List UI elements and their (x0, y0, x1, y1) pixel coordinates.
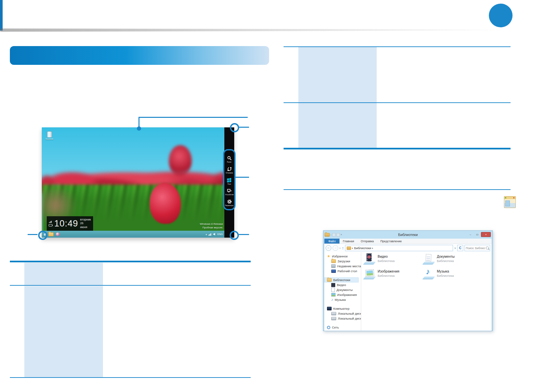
callout-circle-bottom-left (38, 231, 47, 240)
address-dropdown-icon[interactable] (454, 247, 456, 249)
forward-button[interactable] (333, 245, 338, 251)
sidebar-item-music[interactable]: Музыка (324, 297, 361, 302)
disk-icon (331, 317, 336, 320)
refresh-button[interactable]: C (457, 245, 463, 251)
sidebar-item-documents[interactable]: Документы (324, 287, 361, 292)
mini-icon-red-dot (513, 197, 514, 198)
recent-places-icon (331, 264, 336, 268)
tray-language-label[interactable]: ENG (217, 233, 223, 236)
recycle-bin-icon (47, 131, 52, 138)
watermark-line1: Windows 8 Release (200, 222, 223, 226)
sidebar-item-label: Недавние места (337, 264, 361, 268)
left-table-cell-1 (24, 263, 103, 285)
tab-home[interactable]: Главная (339, 239, 357, 244)
folder-icon (331, 259, 336, 263)
breadcrumb[interactable]: Библиотеки (354, 246, 371, 250)
network-signal-icon (49, 221, 52, 223)
libraries-icon (327, 278, 332, 282)
tab-share[interactable]: Отправка (357, 239, 377, 244)
address-bar: Библиотеки C Поиск: Библиотеки (324, 244, 491, 252)
taskbar-tray[interactable]: ENG (206, 231, 223, 238)
history-dropdown-icon[interactable] (339, 247, 340, 249)
search-placeholder: Поиск: Библиотеки (466, 247, 485, 250)
sidebar-item-label: Загрузки (338, 259, 350, 263)
left-table-top-border (10, 261, 251, 262)
sidebar-item-pictures[interactable]: Изображения (324, 292, 361, 297)
sidebar-group-libraries[interactable]: Библиотеки (324, 277, 359, 282)
lock-clock-panel: 10:49 вторник 26 июня (47, 216, 93, 231)
sidebar-item-disk-d[interactable]: Локальный диск (D:) (324, 316, 361, 321)
sidebar-item-desktop[interactable]: Рабочий стол (324, 269, 361, 274)
library-item-documents[interactable]: Документы Библиотека (422, 253, 479, 267)
taskbar[interactable]: e ENG (42, 231, 224, 238)
star-icon (327, 254, 330, 258)
sidebar-group-network[interactable]: Сеть (324, 325, 361, 330)
sidebar-item-label: Видео (337, 283, 346, 287)
desktop-icon (331, 270, 336, 273)
documents-library-big-icon (422, 253, 435, 265)
video-library-icon (331, 283, 335, 287)
callout-line-bottom-right (239, 234, 249, 235)
library-item-name: Изображения (378, 269, 399, 273)
tab-view[interactable]: Представление (377, 239, 405, 244)
library-item-name: Музыка (437, 269, 449, 273)
search-magnifier-icon (486, 247, 489, 249)
up-button[interactable] (342, 246, 344, 250)
header-shadow (0, 28, 521, 32)
callout-line-charms (236, 177, 249, 178)
music-library-icon (331, 298, 333, 301)
search-box[interactable]: Поиск: Библиотеки (464, 245, 490, 251)
recycle-bin[interactable]: Корзина (44, 131, 54, 140)
sidebar-group-computer[interactable]: Компьютер (324, 306, 361, 311)
sidebar-item-recent[interactable]: Недавние места (324, 264, 361, 269)
right-table-line-3 (284, 189, 511, 190)
breadcrumb-caret-icon (352, 247, 353, 249)
address-field[interactable]: Библиотеки (345, 245, 453, 251)
left-table-bottom-border (10, 377, 251, 378)
address-folder-icon (347, 247, 351, 250)
tulip-blob (169, 145, 192, 176)
mini-icon-pane (505, 200, 510, 206)
maximize-button[interactable] (474, 232, 481, 237)
clock-date: вторник 26 июня (80, 218, 91, 229)
library-item-music[interactable]: Музыка Библиотека (422, 268, 479, 281)
tray-network-icon[interactable] (209, 233, 212, 236)
callout-line-desktop (139, 117, 248, 118)
file-explorer-taskbar-icon[interactable] (48, 232, 54, 236)
close-button[interactable] (481, 232, 491, 237)
sidebar-item-label: Локальный диск (D:) (338, 317, 361, 320)
library-item-type: Библиотека (378, 259, 395, 263)
sidebar-item-videos[interactable]: Видео (324, 282, 361, 287)
sidebar-group-label: Сеть (332, 326, 339, 329)
sidebar-group-label: Библиотеки (333, 278, 350, 282)
file-list-pane: Видео Библиотека Документы Библиотека Из… (361, 252, 491, 331)
back-button[interactable] (326, 245, 331, 251)
left-table-cell-2 (24, 286, 103, 377)
app-taskbar-icon[interactable] (56, 232, 60, 236)
library-item-type: Библиотека (378, 274, 395, 277)
sidebar-item-disk-c[interactable]: Локальный диск (C:) (324, 311, 361, 316)
tray-expand-icon[interactable] (206, 233, 207, 235)
recycle-bin-label: Корзина (44, 138, 54, 140)
tab-file[interactable]: Файл (324, 239, 339, 244)
videos-library-big-icon (363, 253, 376, 265)
watermark-line2: Пробная версия. (200, 226, 223, 230)
callout-circle-bottom-right (230, 231, 239, 240)
library-item-pictures[interactable]: Изображения Библиотека (363, 268, 420, 281)
explorer-body: Избранное Загрузки Недавние места Рабочи… (324, 252, 491, 331)
library-item-videos[interactable]: Видео Библиотека (363, 253, 420, 267)
library-item-type: Библиотека (437, 274, 454, 277)
tray-volume-icon[interactable] (213, 233, 216, 236)
callout-line-top-right (239, 127, 249, 128)
library-item-type: Библиотека (437, 259, 454, 263)
minimize-button[interactable] (467, 232, 474, 237)
callout-charms-outline (223, 149, 236, 210)
navigation-pane: Избранное Загрузки Недавние места Рабочи… (324, 252, 361, 331)
sidebar-group-favorites[interactable]: Избранное (324, 254, 361, 259)
sidebar-item-downloads[interactable]: Загрузки (324, 259, 361, 264)
explorer-title-bar: | Библиотеки (323, 231, 492, 239)
callout-dot-desktop (137, 126, 141, 131)
right-table-thick-border (284, 148, 511, 149)
sidebar-item-label: Музыка (335, 298, 346, 301)
mini-icon-green-dot (505, 197, 506, 198)
